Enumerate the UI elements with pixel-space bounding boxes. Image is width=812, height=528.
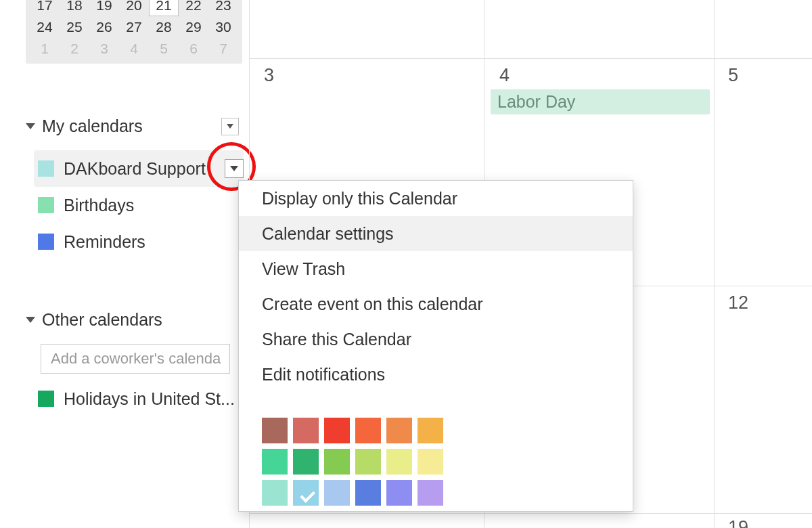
calendar-color-swatch [38, 197, 54, 213]
menu-separator [239, 392, 633, 411]
mini-month-day[interactable]: 1 [30, 38, 60, 60]
grid-line [249, 58, 812, 59]
mini-month-day[interactable]: 19 [89, 0, 119, 16]
color-swatch[interactable] [324, 449, 350, 475]
color-swatch[interactable] [418, 418, 443, 443]
other-calendars-list: Holidays in United St... [34, 380, 244, 417]
my-calendars-list: DAKboard SupportBirthdaysReminders [34, 150, 244, 260]
sidebar: 17181920212223242526272829301234567 My c… [0, 0, 249, 528]
color-picker [239, 411, 633, 506]
mini-month-day[interactable]: 28 [149, 16, 179, 38]
calendar-color-swatch [38, 234, 54, 250]
calendar-name: Birthdays [64, 196, 134, 215]
chevron-down-icon [26, 317, 35, 323]
calendar-item[interactable]: DAKboard Support [34, 150, 244, 187]
mini-month-day[interactable]: 21 [149, 0, 179, 16]
menu-item[interactable]: Calendar settings [239, 216, 633, 251]
color-swatch[interactable] [262, 449, 288, 475]
color-swatch[interactable] [262, 418, 288, 443]
color-swatch[interactable] [418, 480, 443, 506]
color-swatch[interactable] [418, 449, 443, 475]
mini-month-row: 24252627282930 [30, 16, 238, 38]
calendar-item[interactable]: Birthdays [34, 187, 244, 223]
grid-line [714, 0, 715, 528]
mini-month-day[interactable]: 7 [208, 38, 238, 60]
mini-month-day[interactable]: 2 [60, 38, 89, 60]
color-swatch[interactable] [324, 418, 350, 443]
color-swatch[interactable] [324, 480, 350, 506]
calendar-context-menu: Display only this CalendarCalendar setti… [238, 180, 633, 512]
menu-item[interactable]: Share this Calendar [239, 322, 633, 357]
menu-item-label: Share this Calendar [262, 330, 411, 349]
mini-month-day[interactable]: 23 [208, 0, 238, 16]
chevron-down-icon [26, 123, 35, 129]
color-swatch[interactable] [355, 418, 381, 443]
mini-month-day[interactable]: 27 [119, 16, 149, 38]
mini-month[interactable]: 17181920212223242526272829301234567 [26, 0, 242, 64]
chevron-down-icon [227, 124, 233, 129]
my-calendars-options-button[interactable] [221, 118, 239, 135]
color-swatch[interactable] [386, 480, 412, 506]
chevron-down-icon [230, 166, 238, 171]
menu-item-label: Create event on this calendar [262, 294, 483, 314]
color-swatch[interactable] [262, 480, 288, 506]
other-calendars-header[interactable]: Other calendars [26, 310, 239, 330]
calendar-item[interactable]: Reminders [34, 223, 244, 260]
calendar-name: DAKboard Support [64, 159, 206, 179]
color-swatch[interactable] [293, 449, 319, 475]
color-row [262, 480, 610, 506]
calendar-name: Reminders [64, 232, 145, 252]
color-swatch[interactable] [355, 449, 381, 475]
menu-item[interactable]: Create event on this calendar [239, 286, 633, 322]
other-calendars-title: Other calendars [42, 310, 162, 330]
my-calendars-header[interactable]: My calendars [26, 116, 239, 136]
mini-month-day[interactable]: 22 [179, 0, 208, 16]
day-number[interactable]: 4 [499, 65, 510, 86]
menu-item-label: Calendar settings [262, 224, 394, 244]
add-coworker-placeholder: Add a coworker's calenda [51, 350, 221, 368]
mini-month-day[interactable]: 26 [89, 16, 119, 38]
mini-month-day[interactable]: 20 [119, 0, 149, 16]
color-swatch[interactable] [355, 480, 381, 506]
calendar-item[interactable]: Holidays in United St... [34, 380, 244, 417]
calendar-color-swatch [38, 160, 54, 177]
mini-month-day[interactable]: 4 [119, 38, 149, 60]
menu-item-label: Edit notifications [262, 365, 385, 384]
mini-month-row: 17181920212223 [30, 0, 238, 16]
mini-month-day[interactable]: 24 [30, 16, 60, 38]
grid-line [249, 513, 812, 514]
day-number[interactable]: 12 [728, 292, 748, 313]
menu-item[interactable]: Edit notifications [239, 357, 633, 392]
color-swatch[interactable] [293, 418, 319, 443]
menu-item-label: View Trash [262, 259, 345, 279]
day-number[interactable]: 19 [728, 517, 748, 528]
mini-month-day[interactable]: 29 [179, 16, 208, 38]
mini-month-day[interactable]: 18 [60, 0, 89, 16]
menu-item[interactable]: Display only this Calendar [239, 181, 633, 216]
mini-month-day[interactable]: 17 [30, 0, 60, 16]
mini-month-day[interactable]: 25 [60, 16, 89, 38]
menu-item-label: Display only this Calendar [262, 189, 457, 208]
mini-month-day[interactable]: 3 [89, 38, 119, 60]
color-row [262, 449, 610, 475]
my-calendars-title: My calendars [42, 116, 143, 136]
calendar-options-button[interactable] [225, 159, 244, 178]
color-swatch[interactable] [386, 418, 412, 443]
event-label: Labor Day [497, 92, 575, 111]
color-swatch[interactable] [386, 449, 412, 475]
color-swatch[interactable] [293, 480, 319, 506]
calendar-event[interactable]: Labor Day [491, 89, 710, 114]
mini-month-day[interactable]: 30 [208, 16, 238, 38]
mini-month-row: 1234567 [30, 38, 238, 60]
calendar-color-swatch [38, 391, 54, 407]
mini-month-day[interactable]: 6 [179, 38, 208, 60]
add-coworker-calendar-input[interactable]: Add a coworker's calenda [41, 344, 230, 374]
color-row [262, 418, 610, 443]
mini-month-day[interactable]: 5 [149, 38, 179, 60]
day-number[interactable]: 3 [264, 65, 274, 86]
calendar-name: Holidays in United St... [64, 389, 235, 409]
day-number[interactable]: 5 [728, 65, 738, 86]
menu-item[interactable]: View Trash [239, 251, 633, 286]
